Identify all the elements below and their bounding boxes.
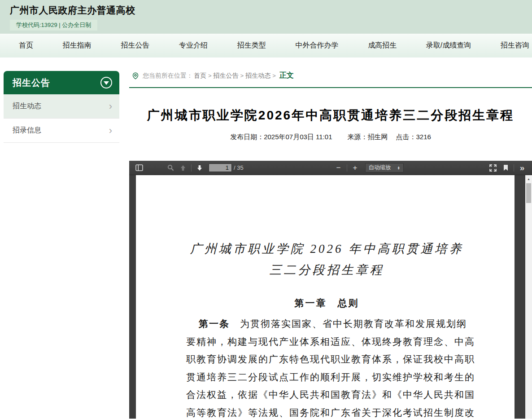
bookmark-icon: [503, 164, 509, 171]
breadcrumb-current: 正文: [279, 71, 294, 80]
zoom-out-button[interactable]: −: [332, 163, 345, 173]
article-clause-label: 第一条: [199, 318, 230, 329]
find-button[interactable]: [164, 163, 177, 173]
document-title-line1: 广州城市职业学院 2026 年中高职贯通培养: [186, 241, 467, 257]
nav-item-adult-education[interactable]: 成高招生: [368, 41, 397, 50]
arrow-down-icon: [196, 165, 203, 171]
source-label: 来源：: [347, 133, 367, 141]
pdf-viewer: / 35 − + 自动缩放 ▲▼: [129, 161, 532, 419]
paragraph-line: 职教育协调发展的广东特色现代职业教育体系，保证我校中高职: [186, 351, 467, 369]
publish-date-label: 发布日期：: [230, 133, 264, 141]
nav-item-announcements[interactable]: 招生公告: [121, 41, 149, 50]
scrollbar-thumb[interactable]: [526, 183, 531, 203]
plus-icon: +: [353, 163, 358, 172]
toolbar-right-group: »: [487, 163, 528, 173]
sidebar-item-admission-news[interactable]: 招生动态 ›: [4, 94, 119, 119]
nav-item-sino-foreign[interactable]: 中外合作办学: [295, 41, 338, 50]
main-layout: 招生公告 招生动态 › 招录信息 › 您当前所在位置： 首页 > 招生公告 > …: [0, 57, 532, 419]
sidebar-item-label: 招生动态: [13, 101, 41, 111]
nav-item-majors[interactable]: 专业介绍: [179, 41, 208, 50]
breadcrumb-separator: >: [240, 72, 244, 79]
toolbar-divider: [514, 164, 514, 172]
breadcrumb-prefix: 您当前所在位置：: [143, 72, 193, 80]
presentation-mode-button[interactable]: [487, 163, 499, 173]
sidebar-toggle-icon: [135, 164, 143, 171]
site-title: 广州市人民政府主办普通高校: [10, 4, 532, 17]
nav-item-admission-guide[interactable]: 招生指南: [63, 41, 92, 50]
sidebar-header[interactable]: 招生公告: [4, 71, 119, 94]
breadcrumb-link-home[interactable]: 首页: [194, 72, 206, 80]
nav-item-results-query[interactable]: 录取/成绩查询: [426, 41, 471, 50]
main-nav: 首页 招生指南 招生公告 专业介绍 招生类型 中外合作办学 成高招生 录取/成绩…: [0, 34, 532, 57]
zoom-in-button[interactable]: +: [349, 163, 362, 173]
paragraph-line: 要精神，构建与现代产业体系相适应、体现终身教育理念、中高: [186, 333, 467, 351]
source-value: 招生网: [367, 133, 388, 141]
pdf-content-area[interactable]: 广州城市职业学院 2026 年中高职贯通培养 三二分段招生章程 第一章 总则 第…: [129, 175, 532, 419]
previous-page-button[interactable]: [177, 163, 189, 173]
search-icon: [167, 164, 174, 171]
zoom-controls: − + 自动缩放 ▲▼: [332, 163, 404, 173]
chevron-right-icon: ›: [109, 126, 112, 136]
zoom-level-value: 自动缩放: [369, 164, 391, 172]
bookmark-button[interactable]: [499, 163, 512, 173]
sidebar-item-label: 招录信息: [13, 126, 41, 135]
page-count-label: / 35: [234, 164, 244, 171]
toolbar-divider: [347, 164, 347, 172]
sidebar-title: 招生公告: [13, 77, 50, 89]
breadcrumb: 您当前所在位置： 首页 > 招生公告 > 招生动态 > 正文: [129, 71, 532, 80]
fullscreen-icon: [489, 164, 497, 172]
site-banner: 广州市人民政府主办普通高校 学校代码:13929 | 公办全日制: [0, 0, 532, 34]
breadcrumb-separator: >: [272, 72, 276, 79]
next-page-button[interactable]: [193, 163, 206, 173]
article-meta: 发布日期：2025年07月03日 11:01来源：招生网点击：3216: [129, 133, 532, 141]
toggle-sidebar-button[interactable]: [133, 163, 145, 173]
chevron-right-icon: ›: [109, 101, 112, 111]
paragraph-line: 高等教育法》等法规、国务院和广东省关于深化考试招生制度改: [186, 404, 467, 419]
collapse-circle-icon[interactable]: [100, 77, 112, 88]
document-title-line2: 三二分段招生章程: [186, 262, 467, 278]
breadcrumb-separator: >: [208, 72, 212, 79]
nav-item-admission-types[interactable]: 招生类型: [237, 41, 266, 50]
more-tools-button[interactable]: »: [516, 163, 528, 173]
double-chevron-icon: »: [520, 163, 525, 173]
paragraph-line: 合法权益，依据《中华人民共和国教育法》和《中华人民共和国: [186, 386, 467, 404]
arrow-up-icon: [180, 165, 186, 171]
page-title: 广州城市职业学院2026年中高职贯通培养三二分段招生章程: [129, 107, 532, 124]
zoom-level-select[interactable]: 自动缩放 ▲▼: [365, 163, 404, 172]
page-number-input[interactable]: [209, 163, 232, 172]
sidebar: 招生公告 招生动态 › 招录信息 ›: [4, 71, 119, 143]
scroll-up-arrow-icon[interactable]: ▲: [525, 175, 532, 182]
pdf-toolbar: / 35 − + 自动缩放 ▲▼: [129, 161, 532, 175]
nav-item-consultation[interactable]: 招生咨询: [501, 41, 529, 50]
breadcrumb-link-admission-news[interactable]: 招生动态: [245, 72, 270, 80]
select-arrows-icon: ▲▼: [397, 166, 400, 169]
location-pin-icon: [132, 72, 139, 79]
paragraph-line: 贯通培养三二分段试点工作的顺利开展，切实维护学校和考生的: [186, 369, 467, 387]
pdf-page: 广州城市职业学院 2026 年中高职贯通培养 三二分段招生章程 第一章 总则 第…: [136, 175, 515, 419]
toolbar-divider: [191, 164, 192, 172]
sidebar-item-admission-info[interactable]: 招录信息 ›: [4, 119, 119, 143]
document-paragraph: 第一条 为贯彻落实国家、省中长期教育改革和发展规划纲 要精神，构建与现代产业体系…: [186, 315, 467, 419]
breadcrumb-link-announcements[interactable]: 招生公告: [214, 72, 239, 80]
clicks-value: 3216: [416, 133, 431, 141]
article-content: 您当前所在位置： 首页 > 招生公告 > 招生动态 > 正文 广州城市职业学院2…: [129, 57, 532, 419]
minus-icon: −: [336, 163, 341, 172]
chapter-heading: 第一章 总则: [186, 297, 467, 309]
clicks-label: 点击：: [396, 133, 416, 141]
paragraph-line: 第一条 为贯彻落实国家、省中长期教育改革和发展规划纲: [186, 315, 467, 333]
nav-item-home[interactable]: 首页: [19, 41, 33, 50]
breadcrumb-divider: [129, 87, 532, 88]
pdf-scrollbar[interactable]: ▲: [525, 175, 532, 419]
publish-date: 2025年07月03日 11:01: [264, 133, 332, 141]
school-code-badge: 学校代码:13929 | 公办全日制: [10, 20, 97, 31]
